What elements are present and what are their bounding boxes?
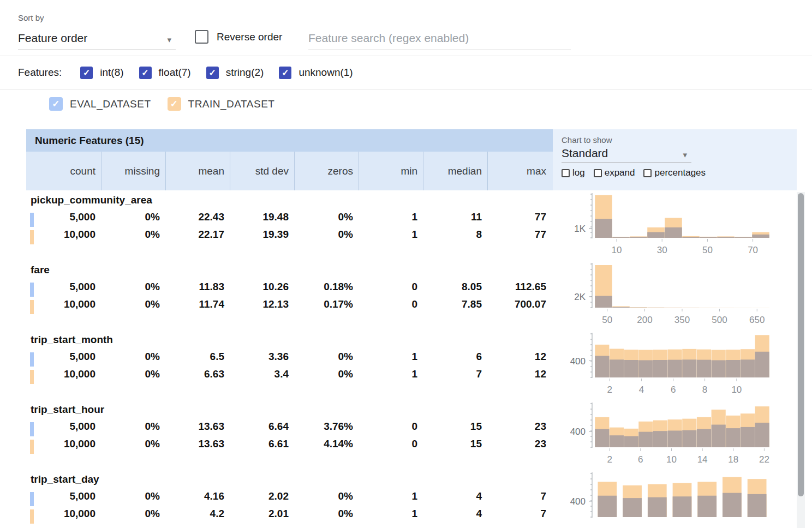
x-axis-tick-label: 6 xyxy=(638,454,643,465)
stat-mean: 22.17 xyxy=(165,229,230,241)
dataset-color-swatch xyxy=(30,352,34,367)
stat-max: 23 xyxy=(487,438,552,450)
filter-unknown-label: unknown(1) xyxy=(298,67,353,79)
feature-search-input[interactable] xyxy=(308,26,571,50)
feature-name: trip_start_hour xyxy=(31,401,553,418)
stat-median: 15 xyxy=(423,438,487,450)
toggle-log-checkbox[interactable]: log xyxy=(562,167,585,178)
sort-order-value: Feature order xyxy=(18,32,87,45)
feature-chart: 400246810 xyxy=(553,331,797,400)
dataset-color-swatch xyxy=(30,230,34,244)
filter-string-label: string(2) xyxy=(226,67,264,79)
chart-type-dropdown[interactable]: Standard ▾ xyxy=(562,147,691,163)
x-axis-tick-label: 6 xyxy=(671,385,676,395)
scrollbar-thumb[interactable] xyxy=(798,193,804,496)
stat-zeros: 4.14% xyxy=(294,438,359,450)
feature-name: pickup_community_area xyxy=(31,192,553,208)
stats-row: 10,0000%13.636.614.14%01523 xyxy=(26,435,553,453)
column-headers: count missing mean std dev zeros min med… xyxy=(26,152,553,190)
dataset-eval-checkbox[interactable]: ✓ EVAL_DATASET xyxy=(49,97,151,111)
stat-zeros: 0% xyxy=(294,490,359,502)
stats-row: 5,0000%11.8310.260.18%08.05112.65 xyxy=(26,278,553,296)
y-axis-tick-label: 2K xyxy=(574,292,586,302)
stat-std-dev: 19.48 xyxy=(230,211,294,223)
x-axis-tick-label: 500 xyxy=(712,315,727,325)
chevron-down-icon: ▾ xyxy=(683,150,691,160)
x-axis-tick-label: 10 xyxy=(612,245,622,255)
stat-max: 112.65 xyxy=(487,281,552,293)
reverse-order-checkbox[interactable]: Reverse order xyxy=(195,30,282,44)
dataset-color-swatch xyxy=(30,509,34,524)
stats-row: 5,0000%13.636.643.76%01523 xyxy=(26,418,553,435)
stat-max: 77 xyxy=(487,229,552,241)
stat-std-dev: 19.39 xyxy=(230,229,294,241)
stat-median: 7.85 xyxy=(423,298,487,310)
feature-histogram: 400246810 xyxy=(553,332,797,400)
stat-max: 23 xyxy=(487,421,552,433)
stat-zeros: 0.18% xyxy=(294,281,359,293)
y-axis-tick-label: 400 xyxy=(570,356,586,367)
column-header-std-dev: std dev xyxy=(230,152,294,190)
checkbox-unchecked-icon xyxy=(562,169,570,177)
dataset-color-swatch xyxy=(30,492,34,506)
x-axis-tick-label: 14 xyxy=(697,454,708,465)
stats-row: 10,0000%4.22.010%147 xyxy=(26,505,553,523)
stat-count: 5,000 xyxy=(26,351,101,363)
checkbox-checked-icon: ✓ xyxy=(49,97,63,111)
stat-min: 0 xyxy=(359,421,423,433)
sort-order-dropdown[interactable]: Feature order ▾ xyxy=(18,27,176,50)
stat-count: 10,000 xyxy=(26,229,101,241)
x-axis-tick-label: 2 xyxy=(607,454,612,465)
table-title: Numeric Features (15) xyxy=(26,129,553,152)
x-axis-tick-label: 22 xyxy=(759,454,769,465)
stat-max: 12 xyxy=(487,368,552,380)
feature-chart: 2K50200350500650 xyxy=(553,261,797,331)
checkbox-unchecked-icon xyxy=(643,169,652,177)
stat-mean: 6.63 xyxy=(165,368,230,380)
feature-name: trip_start_month xyxy=(31,332,553,348)
chart-options-panel: Chart to show Standard ▾ log expand xyxy=(553,129,797,190)
stat-count: 10,000 xyxy=(26,298,101,310)
stat-count: 5,000 xyxy=(26,421,101,433)
stat-missing: 0% xyxy=(101,368,165,380)
stat-zeros: 0% xyxy=(294,351,359,363)
toggle-percentages-checkbox[interactable]: percentages xyxy=(643,167,706,178)
stats-row: 10,0000%22.1719.390%1877 xyxy=(26,226,553,243)
x-axis-tick-label: 70 xyxy=(748,245,758,255)
x-axis-tick-label: 650 xyxy=(749,315,765,325)
x-axis-tick-label: 10 xyxy=(731,385,742,395)
column-header-count: count xyxy=(26,152,101,190)
stat-missing: 0% xyxy=(101,281,165,293)
y-axis-tick-label: 400 xyxy=(570,496,586,507)
stat-max: 77 xyxy=(487,211,552,223)
stats-row: 5,0000%22.4319.480%11177 xyxy=(26,208,553,226)
stats-row: 10,0000%6.633.40%1712 xyxy=(26,365,553,383)
dataset-color-swatch xyxy=(30,370,34,384)
stat-min: 0 xyxy=(359,438,423,450)
stat-mean: 6.5 xyxy=(165,351,230,363)
x-axis-tick-label: 50 xyxy=(602,315,612,325)
filter-int-checkbox[interactable]: ✓ int(8) xyxy=(80,67,123,79)
filter-unknown-checkbox[interactable]: ✓ unknown(1) xyxy=(279,67,353,79)
toggle-expand-checkbox[interactable]: expand xyxy=(594,167,635,178)
stat-missing: 0% xyxy=(101,229,165,241)
stat-max: 7 xyxy=(487,508,552,520)
column-header-min: min xyxy=(359,152,423,190)
stat-min: 1 xyxy=(359,508,423,520)
dataset-train-checkbox[interactable]: ✓ TRAIN_DATASET xyxy=(168,97,275,111)
checkbox-checked-icon: ✓ xyxy=(279,67,291,79)
feature-block: trip_start_hour5,0000%13.636.643.76%0152… xyxy=(26,400,797,470)
x-axis-tick-label: 350 xyxy=(674,315,690,325)
stat-mean: 13.63 xyxy=(165,421,230,433)
dataset-color-swatch xyxy=(30,213,34,227)
stat-zeros: 0% xyxy=(294,229,359,241)
feature-chart: 1K10305070 xyxy=(553,191,797,261)
stat-missing: 0% xyxy=(101,508,165,520)
stat-missing: 0% xyxy=(101,421,165,433)
feature-name: fare xyxy=(31,262,553,278)
filter-float-checkbox[interactable]: ✓ float(7) xyxy=(139,67,191,79)
stat-count: 10,000 xyxy=(26,508,101,520)
filter-string-checkbox[interactable]: ✓ string(2) xyxy=(206,67,264,79)
column-header-mean: mean xyxy=(165,152,230,190)
x-axis-tick-label: 4 xyxy=(639,385,644,395)
